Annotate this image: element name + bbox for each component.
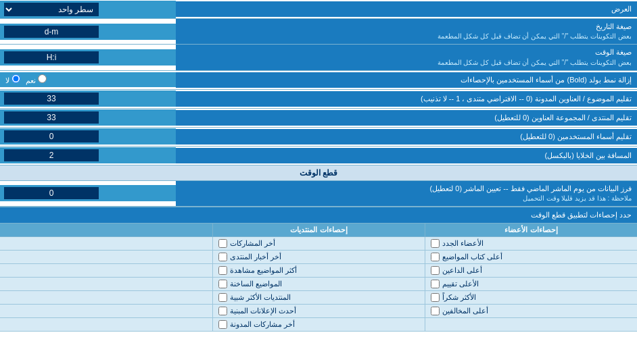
checkbox-col2[interactable] — [218, 280, 227, 288]
checkbox-col1[interactable] — [431, 280, 440, 288]
time-format-label: صيغة الوقت بعض التكوينات يتطلب "/" التي … — [176, 45, 637, 70]
checkbox-col1-item: أعلى الداعين — [425, 264, 637, 277]
checkbox-col1-label: الأعلى تقييم — [442, 280, 479, 288]
checkbox-col2-item: أخر المشاركات — [212, 237, 425, 250]
trim-usernames-input-cell — [0, 128, 176, 145]
display-select[interactable]: سطر واحدسطرانثلاثة أسطر — [4, 3, 99, 16]
checkbox-col2-label: أخر المشاركات — [230, 239, 275, 248]
checkbox-col2[interactable] — [218, 266, 227, 275]
sort-forum-input-cell — [0, 109, 176, 126]
cutoff-section-header: قطع الوقت — [0, 165, 637, 181]
checkbox-col2-label: أكثر المواضيع مشاهدة — [230, 266, 297, 275]
checkbox-col2[interactable] — [218, 253, 227, 261]
cutoff-label: فرز البيانات من يوم الماشر الماضي فقط --… — [176, 181, 637, 206]
checkbox-col3-item — [0, 278, 212, 290]
checkbox-col1-label: الأعضاء الجدد — [442, 239, 483, 248]
checkbox-col1-label: أعلى المخالفين — [442, 307, 488, 315]
apply-cutoff-label: حدد إحصاءات لتطبيق قطع الوقت — [0, 208, 637, 222]
checkbox-col3-item — [0, 251, 212, 263]
space-cells-input-cell — [0, 147, 176, 163]
checkbox-col2-label: المنتديات الأكثر شبية — [230, 293, 291, 302]
checkbox-col1-label: أعلى الداعين — [442, 266, 482, 275]
remove-bold-label: إزالة نمط بولد (Bold) من أسماء المستخدمي… — [176, 72, 637, 88]
checkbox-col2[interactable] — [218, 293, 227, 302]
checkbox-col2[interactable] — [218, 320, 227, 329]
checkbox-col2-item: أخر مشاركات المدونة — [212, 318, 425, 331]
time-format-input-cell — [0, 49, 176, 66]
checkbox-col2-label: أخر مشاركات المدونة — [230, 320, 295, 329]
col2-header: إحصاءات المنتديات — [212, 224, 425, 236]
checkbox-col1-item: الأكثر شكراً — [425, 291, 637, 304]
date-format-input-cell — [0, 24, 176, 40]
checkbox-col1-item: الأعضاء الجدد — [425, 237, 637, 250]
checkbox-col2[interactable] — [218, 307, 227, 315]
checkbox-col1[interactable] — [431, 307, 440, 315]
trim-usernames-label: تقليم أسماء المستخدمين (0 للتعطيل) — [176, 129, 637, 145]
time-format-input[interactable] — [4, 51, 99, 63]
checkbox-col1-label: أعلى كتاب المواضيع — [442, 253, 502, 261]
checkbox-col1[interactable] — [431, 266, 440, 275]
checkbox-col1-item: أعلى المخالفين — [425, 305, 637, 317]
trim-usernames-input[interactable] — [4, 130, 99, 142]
checkbox-col3-item — [0, 291, 212, 304]
remove-bold-radio-cell: نعم لا — [0, 72, 176, 87]
display-select-cell: سطر واحدسطرانثلاثة أسطر — [0, 1, 176, 18]
sort-forum-label: تقليم المنتدى / المجموعة العناوين (0 للت… — [176, 110, 637, 126]
radio-yes[interactable] — [38, 74, 47, 83]
col3-header — [0, 224, 212, 236]
col1-header: إحصاءات الأعضاء — [425, 224, 637, 236]
checkbox-col2-item: المنتديات الأكثر شبية — [212, 291, 425, 304]
checkbox-col1-item: أعلى كتاب المواضيع — [425, 251, 637, 263]
checkbox-col1-item — [425, 318, 637, 331]
checkbox-col3-item — [0, 264, 212, 277]
sort-topics-input[interactable] — [4, 93, 99, 105]
checkbox-col1[interactable] — [431, 293, 440, 302]
cutoff-input-cell — [0, 185, 176, 201]
checkbox-col2-item: المواضيع الساخنة — [212, 278, 425, 290]
date-format-label: صيغة التاريخ بعض التكوينات يتطلب "/" الت… — [176, 19, 637, 44]
sort-forum-input[interactable] — [4, 111, 99, 124]
checkbox-col1[interactable] — [431, 239, 440, 248]
checkbox-col1-label: الأكثر شكراً — [442, 293, 476, 302]
checkbox-col2-item: أخر أخبار المنتدى — [212, 251, 425, 263]
sort-topics-label: تقليم الموضوع / العناوين المدونة (0 -- ا… — [176, 91, 637, 107]
radio-no-label: لا — [5, 74, 20, 85]
checkbox-col2-item: أكثر المواضيع مشاهدة — [212, 264, 425, 277]
date-format-input[interactable] — [4, 26, 99, 38]
checkbox-col2-label: أحدث الإعلانات المبنية — [230, 307, 296, 315]
space-cells-label: المسافة بين الخلايا (بالبكسل) — [176, 148, 637, 163]
checkbox-col1[interactable] — [431, 253, 440, 261]
checkbox-col2-label: أخر أخبار المنتدى — [230, 253, 281, 261]
checkbox-col3-item — [0, 305, 212, 317]
checkbox-col2[interactable] — [218, 239, 227, 248]
checkbox-col3-item — [0, 318, 212, 331]
cutoff-input[interactable] — [4, 187, 99, 199]
checkbox-col3-item — [0, 237, 212, 250]
checkbox-col2-item: أحدث الإعلانات المبنية — [212, 305, 425, 317]
display-label: العرض — [176, 1, 637, 17]
checkbox-col1-item: الأعلى تقييم — [425, 278, 637, 290]
radio-no[interactable] — [11, 74, 20, 83]
checkbox-col2-label: المواضيع الساخنة — [230, 280, 282, 288]
sort-topics-input-cell — [0, 90, 176, 107]
space-cells-input[interactable] — [4, 149, 99, 161]
radio-yes-label: نعم — [26, 74, 47, 85]
